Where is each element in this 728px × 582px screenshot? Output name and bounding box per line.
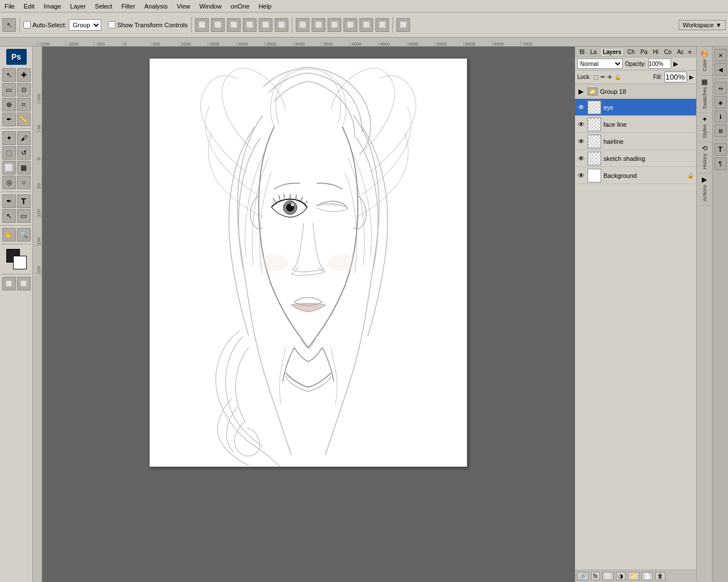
canvas[interactable] xyxy=(149,58,468,467)
blur-btn[interactable]: ◎ xyxy=(2,176,16,189)
distribute-left[interactable]: ⬜ xyxy=(296,18,309,32)
lock-all-icon[interactable]: 🔒 xyxy=(614,74,621,80)
eye-visibility-icon[interactable]: 👁 xyxy=(577,103,585,111)
paragraph-btn[interactable]: ¶ xyxy=(714,157,727,170)
color-selector[interactable] xyxy=(6,249,27,269)
menu-file[interactable]: File xyxy=(0,2,19,11)
new-adjustment-btn[interactable]: ◑ xyxy=(616,572,626,580)
transform-tool-btn[interactable]: ⇔ xyxy=(714,82,727,94)
eyedropper-btn[interactable]: ✒ xyxy=(2,113,16,126)
auto-select-checkbox[interactable]: Auto-Select: xyxy=(23,21,67,28)
crop-tool-btn[interactable]: ⌗ xyxy=(17,98,31,111)
shape-tool-btn[interactable]: ▭ xyxy=(17,209,31,223)
menu-onone[interactable]: onOne xyxy=(226,2,254,11)
brush-tool-btn[interactable]: 🖌 xyxy=(17,131,31,145)
workspace-button[interactable]: Workspace ▼ xyxy=(679,20,726,30)
history-brush-btn[interactable]: ↺ xyxy=(17,146,31,160)
layers-tab-ch[interactable]: Ch xyxy=(625,48,637,56)
measure-btn[interactable]: 📏 xyxy=(17,113,31,126)
color-panel-tab[interactable]: 🎨 Color xyxy=(698,48,712,76)
screen-mode-btn[interactable]: ⬜ xyxy=(17,277,31,290)
align-right[interactable]: ⬜ xyxy=(227,18,241,32)
menu-layer[interactable]: Layer xyxy=(65,2,90,11)
menu-select[interactable]: Select xyxy=(90,2,117,11)
dodge-btn[interactable]: ○ xyxy=(17,176,31,189)
layer-sketch-shading[interactable]: 👁 sketch shading xyxy=(575,150,696,167)
layers-tab-la[interactable]: La xyxy=(588,48,599,56)
lock-image-icon[interactable]: ✏ xyxy=(601,74,605,80)
opacity-input[interactable] xyxy=(648,59,671,69)
artboard-tool-btn[interactable]: ✚ xyxy=(17,68,31,82)
blend-mode-select[interactable]: Normal xyxy=(577,59,623,69)
align-left[interactable]: ⬜ xyxy=(195,18,209,32)
fill-input[interactable] xyxy=(664,72,687,82)
gradient-btn[interactable]: ▦ xyxy=(17,161,31,174)
layer-group-18[interactable]: ▶ 📁 Group 18 xyxy=(575,84,696,99)
fill-arrow[interactable]: ▶ xyxy=(689,74,694,80)
layers-tab-bl[interactable]: Bl xyxy=(577,48,587,56)
panel-info-btn[interactable]: ℹ xyxy=(714,110,727,123)
distribute-right[interactable]: ⬜ xyxy=(328,18,341,32)
delete-layer-btn[interactable]: 🗑 xyxy=(655,572,665,580)
layer-background[interactable]: 👁 Background 🔒 xyxy=(575,167,696,184)
quick-select-btn[interactable]: ⊕ xyxy=(2,98,16,111)
hairline-visibility-icon[interactable]: 👁 xyxy=(577,138,585,146)
menu-analysis[interactable]: Analysis xyxy=(140,2,172,11)
panel-nav-btn[interactable]: ⊞ xyxy=(714,124,727,137)
warp-tool-btn[interactable]: ◈ xyxy=(714,96,727,109)
zoom-tool-btn[interactable]: 🔍 xyxy=(17,228,31,242)
show-transform-checkbox[interactable]: Show Transform Controls xyxy=(108,21,188,28)
move-tool-btn[interactable]: ↖ xyxy=(2,68,16,82)
layers-tab-ac[interactable]: Ac xyxy=(675,48,686,56)
move-tool[interactable]: ↖ xyxy=(2,18,16,32)
layer-hairline[interactable]: 👁 hairline xyxy=(575,133,696,150)
auto-select-dropdown[interactable]: Group xyxy=(69,19,101,31)
canvas-area[interactable] xyxy=(42,47,575,582)
link-layers-btn[interactable]: 🔗 xyxy=(577,572,589,580)
distribute-h[interactable]: ⬜ xyxy=(312,18,325,32)
lasso-tool-btn[interactable]: ⊙ xyxy=(17,83,31,97)
path-select-btn[interactable]: ↖ xyxy=(2,209,16,223)
clone-stamp-btn[interactable]: ⬚ xyxy=(2,146,16,160)
marquee-tool-btn[interactable]: ▭ xyxy=(2,83,16,97)
align-bottom[interactable]: ⬜ xyxy=(275,18,288,32)
swatches-panel-tab[interactable]: ▦ Swatches xyxy=(698,76,712,113)
new-layer-btn[interactable]: 📄 xyxy=(642,572,653,580)
layers-tab-co[interactable]: Co xyxy=(662,48,674,56)
auto-select-input[interactable] xyxy=(23,21,31,28)
add-mask-btn[interactable]: ⬜ xyxy=(602,572,614,580)
distribute-top[interactable]: ⬜ xyxy=(344,18,357,32)
menu-help[interactable]: Help xyxy=(254,2,276,11)
layers-tab-pa[interactable]: Pa xyxy=(638,48,650,56)
distribute-v[interactable]: ⬜ xyxy=(359,18,373,32)
history-panel-tab[interactable]: ⟲ History xyxy=(698,142,712,173)
type-tool-btn-r[interactable]: T xyxy=(714,143,727,156)
bg-visibility-icon[interactable]: 👁 xyxy=(577,172,585,180)
distribute-bottom[interactable]: ⬜ xyxy=(375,18,389,32)
lock-transparent-icon[interactable]: ⬚ xyxy=(593,74,598,80)
panel-expand-btn[interactable]: ◀ xyxy=(714,63,727,76)
layers-tab-layers[interactable]: Layers xyxy=(600,48,624,56)
hand-tool-btn[interactable]: ✋ xyxy=(2,228,16,242)
menu-view[interactable]: View xyxy=(172,2,195,11)
background-color[interactable] xyxy=(13,256,27,269)
align-top[interactable]: ⬜ xyxy=(243,18,257,32)
opacity-arrow[interactable]: ▶ xyxy=(673,60,678,68)
face-line-visibility-icon[interactable]: 👁 xyxy=(577,120,585,128)
pen-tool-btn[interactable]: ✒ xyxy=(2,194,16,208)
add-style-btn[interactable]: fx xyxy=(591,572,600,580)
healing-brush-btn[interactable]: ✦ xyxy=(2,131,16,145)
menu-window[interactable]: Window xyxy=(195,2,226,11)
text-tool-btn[interactable]: T xyxy=(17,194,31,208)
eraser-btn[interactable]: ⬜ xyxy=(2,161,16,174)
menu-edit[interactable]: Edit xyxy=(19,2,39,11)
align-center-h[interactable]: ⬜ xyxy=(211,18,225,32)
menu-image[interactable]: Image xyxy=(39,2,66,11)
menu-filter[interactable]: Filter xyxy=(117,2,139,11)
new-group-btn[interactable]: 📁 xyxy=(628,572,639,580)
styles-panel-tab[interactable]: ✦ Styles xyxy=(698,113,712,143)
quick-mask-btn[interactable]: ⬜ xyxy=(2,277,16,290)
arrange-button[interactable]: ⬜ xyxy=(396,18,410,32)
panel-close-btn[interactable]: ✕ xyxy=(714,49,727,61)
lock-position-icon[interactable]: ✛ xyxy=(607,74,612,80)
